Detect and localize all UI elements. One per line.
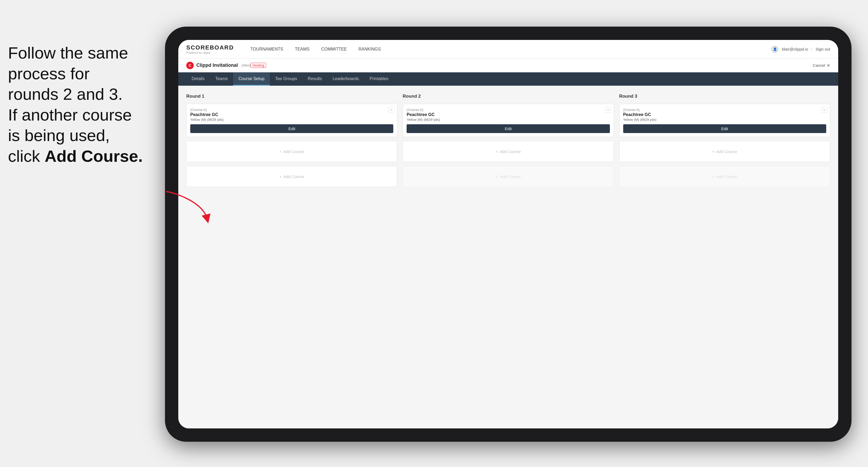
nav-tournaments[interactable]: TOURNAMENTS — [245, 40, 289, 59]
round-3-edit-button[interactable]: Edit — [623, 124, 826, 133]
logo-powered: Powered by clippd — [186, 51, 234, 54]
user-avatar: 👤 — [771, 45, 779, 53]
round-1-edit-button[interactable]: Edit — [190, 124, 393, 133]
tab-teams[interactable]: Teams — [210, 72, 233, 86]
close-icon: ✕ — [827, 63, 830, 68]
user-email: blair@clippd.io — [782, 47, 808, 51]
logo-area: SCOREBOARD Powered by clippd — [186, 44, 234, 54]
tab-results[interactable]: Results — [303, 72, 327, 86]
round-2-course-detail: Yellow (M) (6629 yds) — [407, 118, 610, 122]
tab-tee-groups[interactable]: Tee Groups — [270, 72, 303, 86]
nav-teams[interactable]: TEAMS — [289, 40, 315, 59]
hosting-badge: Hosting — [251, 63, 266, 68]
tournament-name: Clippd Invitational — [196, 63, 238, 68]
cancel-button[interactable]: Cancel ✕ — [813, 63, 830, 68]
round-2-add-course-2: + Add Course — [403, 166, 614, 187]
plus-icon-1: + — [279, 149, 282, 154]
round-1-course-label: (Course A) — [190, 108, 393, 112]
round-2-title: Round 2 — [403, 94, 614, 99]
round-3-add-course-1[interactable]: + Add Course — [619, 141, 830, 162]
main-content: Round 1 ○ (Course A) Peachtree GC Yellow… — [178, 86, 838, 428]
round-2-delete-button[interactable]: ○ — [605, 107, 611, 113]
men-badge: (Men) — [242, 63, 251, 67]
tab-printables[interactable]: Printables — [364, 72, 394, 86]
round-3-course-label: (Course A) — [623, 108, 826, 112]
round-1-add-course-1[interactable]: + Add Course — [186, 141, 397, 162]
rounds-grid: Round 1 ○ (Course A) Peachtree GC Yellow… — [186, 94, 830, 187]
round-3-add-course-2: + Add Course — [619, 166, 830, 187]
round-2-add-course-1[interactable]: + Add Course — [403, 141, 614, 162]
round-3-course-card: ○ (Course A) Peachtree GC Yellow (M) (66… — [619, 104, 830, 137]
nav-rankings[interactable]: RANKINGS — [352, 40, 386, 59]
nav-right: 👤 blair@clippd.io | Sign out — [771, 45, 830, 53]
round-1-title: Round 1 — [186, 94, 397, 99]
round-2-course-name: Peachtree GC — [407, 112, 610, 117]
round-2-column: Round 2 ○ (Course A) Peachtree GC Yellow… — [403, 94, 614, 187]
sub-header: C Clippd Invitational (Men) Hosting Canc… — [178, 59, 838, 72]
round-2-course-card: ○ (Course A) Peachtree GC Yellow (M) (66… — [403, 104, 614, 137]
plus-icon-5: + — [712, 149, 714, 154]
round-1-delete-button[interactable]: ○ — [389, 107, 394, 113]
plus-icon-3: + — [496, 149, 498, 154]
round-1-column: Round 1 ○ (Course A) Peachtree GC Yellow… — [186, 94, 397, 187]
plus-icon-4: + — [496, 174, 498, 179]
round-3-delete-button[interactable]: ○ — [822, 107, 827, 113]
brand-icon: C — [186, 62, 194, 69]
round-2-course-label: (Course A) — [407, 108, 610, 112]
instruction-text: Follow the same process for rounds 2 and… — [0, 42, 165, 166]
logo-scoreboard: SCOREBOARD — [186, 44, 234, 51]
round-3-column: Round 3 ○ (Course A) Peachtree GC Yellow… — [619, 94, 830, 187]
nav-committee[interactable]: COMMITTEE — [315, 40, 352, 59]
round-2-edit-button[interactable]: Edit — [407, 124, 610, 133]
tab-leaderboards[interactable]: Leaderboards — [327, 72, 364, 86]
round-3-course-name: Peachtree GC — [623, 112, 826, 117]
tab-bar: Details Teams Course Setup Tee Groups Re… — [178, 72, 838, 86]
tab-course-setup[interactable]: Course Setup — [233, 72, 270, 86]
sign-out-link[interactable]: Sign out — [815, 47, 830, 51]
round-3-title: Round 3 — [619, 94, 830, 99]
round-1-course-detail: Yellow (M) (6629 yds) — [190, 118, 393, 122]
plus-icon-6: + — [712, 174, 714, 179]
round-1-course-name: Peachtree GC — [190, 112, 393, 117]
round-1-course-card: ○ (Course A) Peachtree GC Yellow (M) (66… — [186, 104, 397, 137]
nav-links: TOURNAMENTS TEAMS COMMITTEE RANKINGS — [245, 40, 771, 59]
plus-icon-2: + — [279, 174, 282, 179]
tab-details[interactable]: Details — [186, 72, 210, 86]
top-nav: SCOREBOARD Powered by clippd TOURNAMENTS… — [178, 40, 838, 59]
round-3-course-detail: Yellow (M) (6629 yds) — [623, 118, 826, 122]
tablet-screen: SCOREBOARD Powered by clippd TOURNAMENTS… — [178, 40, 838, 428]
pipe-divider: | — [811, 47, 812, 51]
tablet-frame: SCOREBOARD Powered by clippd TOURNAMENTS… — [165, 27, 851, 442]
round-1-add-course-2[interactable]: + Add Course — [186, 166, 397, 187]
